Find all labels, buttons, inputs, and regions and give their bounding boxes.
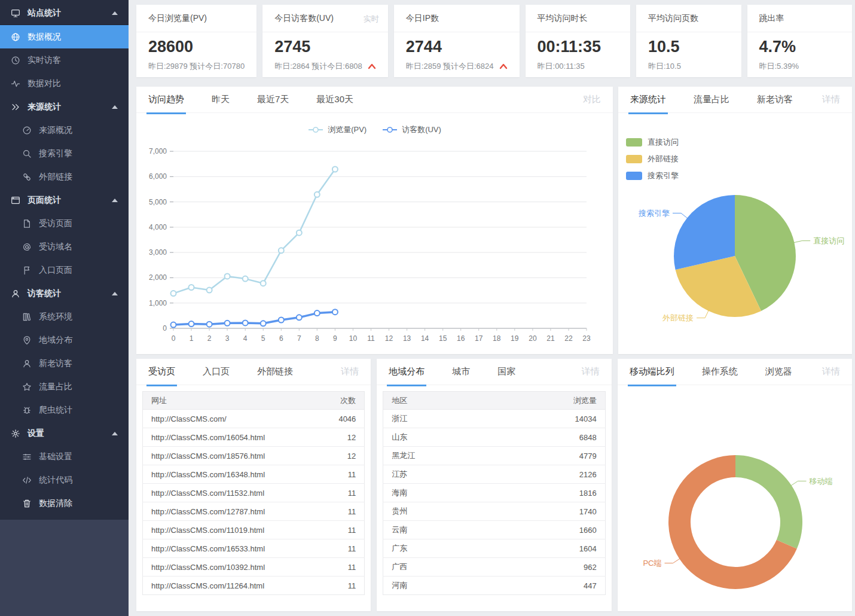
pie-legend-item[interactable]: 外部链接 — [626, 154, 679, 164]
sidebar-item-search-engines[interactable]: 搜索引擎 — [0, 142, 129, 165]
panel-action-details[interactable]: 详情 — [341, 366, 359, 377]
table-row[interactable]: 海南1816 — [383, 484, 605, 502]
panel-action-details[interactable]: 详情 — [582, 366, 600, 377]
region-cell: 贵州 — [383, 502, 550, 521]
sidebar-item-visited-pages[interactable]: 受访页面 — [0, 212, 129, 235]
sidebar-item-label: 受访域名 — [39, 242, 72, 252]
table-row[interactable]: http://ClassCMS.com/12787.html11 — [143, 502, 365, 521]
table-row[interactable]: 河南447 — [383, 577, 605, 595]
table-row[interactable]: 贵州1740 — [383, 502, 605, 521]
table-row[interactable]: http://ClassCMS.com/11532.html11 — [143, 484, 365, 502]
table-row[interactable]: 云南1660 — [383, 521, 605, 539]
donut-slice-0[interactable] — [735, 455, 802, 549]
panel-action-details[interactable]: 详情 — [822, 94, 840, 105]
sidebar-group-header-settings[interactable]: 设置 — [0, 422, 129, 445]
sidebar-item-basic-settings[interactable]: 基础设置 — [0, 445, 129, 468]
pie-legend-item[interactable]: 直接访问 — [626, 137, 679, 148]
source-panel-tabs: 来源统计流量占比新老访客详情 — [618, 87, 852, 113]
panel-action-compare[interactable]: 对比 — [583, 94, 601, 105]
table-row[interactable]: http://ClassCMS.com/16348.html11 — [143, 465, 365, 484]
sidebar-item-label: 入口页面 — [39, 265, 72, 276]
tab-country[interactable]: 国家 — [497, 359, 515, 385]
sidebar-group-header-source-stats[interactable]: 来源统计 — [0, 95, 129, 118]
tab-new-old-visitors[interactable]: 新老访客 — [757, 87, 793, 113]
sidebar-group-header-visitor-stats[interactable]: 访客统计 — [0, 282, 129, 305]
sidebar-item-spider-stats[interactable]: 爬虫统计 — [0, 398, 129, 422]
stat-card-bounce-rate: 跳出率4.7%昨日:5.39% — [747, 5, 853, 77]
sidebar-item-external-links[interactable]: 外部链接 — [0, 165, 129, 188]
table-row[interactable]: http://ClassCMS.com/11019.html11 — [143, 521, 365, 539]
tab-last-7-days[interactable]: 最近7天 — [257, 87, 289, 113]
table-row[interactable]: 山东6848 — [383, 428, 605, 447]
legend-marker-icon — [382, 126, 398, 133]
sidebar-item-region-distribution[interactable]: 地域分布 — [0, 328, 129, 352]
table-row[interactable]: http://ClassCMS.com/10392.html11 — [143, 558, 365, 577]
table-header-row: 地区浏览量 — [383, 392, 605, 410]
table-row[interactable]: 浙江14034 — [383, 410, 605, 428]
chevron-up-icon — [112, 199, 118, 202]
table-row[interactable]: http://ClassCMS.com/4046 — [143, 410, 365, 428]
pie-legend-label: 直接访问 — [648, 137, 679, 148]
tab-entry-page[interactable]: 入口页 — [203, 359, 230, 385]
file-icon — [22, 219, 32, 228]
table-row[interactable]: http://ClassCMS.com/16533.html11 — [143, 539, 365, 558]
table-row[interactable]: http://ClassCMS.com/16054.html12 — [143, 428, 365, 447]
table-row[interactable]: 广东1604 — [383, 539, 605, 558]
tab-browser[interactable]: 浏览器 — [765, 359, 792, 385]
slice-label-pie-2: 搜索引擎 — [638, 209, 670, 218]
table-row[interactable]: http://ClassCMS.com/18576.html12 — [143, 447, 365, 465]
sidebar-group-header-site-stats[interactable]: 站点统计 — [0, 2, 129, 25]
legend-item[interactable]: 浏览量(PV) — [308, 124, 367, 135]
chevron-up-icon — [112, 11, 118, 15]
pageviews-cell: 1740 — [550, 502, 605, 521]
tab-traffic-share[interactable]: 流量占比 — [694, 87, 729, 113]
sidebar-item-entry-pages[interactable]: 入口页面 — [0, 258, 129, 282]
sidebar-item-new-old-visitors[interactable]: 新老访客 — [0, 352, 129, 375]
url-cell: http://ClassCMS.com/16348.html — [143, 465, 310, 484]
tab-yesterday[interactable]: 昨天 — [212, 87, 230, 113]
trend-up-icon — [499, 63, 508, 69]
tab-mobile-ratio[interactable]: 移动端比列 — [630, 359, 674, 385]
table-row[interactable]: 黑龙江4779 — [383, 447, 605, 465]
url-cell: http://ClassCMS.com/12787.html — [143, 502, 310, 521]
sidebar-item-traffic-share[interactable]: 流量占比 — [0, 375, 129, 398]
sidebar-item-system-env[interactable]: 系统环境 — [0, 305, 129, 328]
legend-item[interactable]: 访客数(UV) — [382, 124, 441, 135]
table-row[interactable]: 广西962 — [383, 558, 605, 577]
sidebar-item-visited-domains[interactable]: 受访域名 — [0, 235, 129, 258]
column-header-region: 地区 — [383, 392, 550, 410]
pageviews-cell: 1660 — [550, 521, 605, 539]
tab-last-30-days[interactable]: 最近30天 — [316, 87, 353, 113]
tab-source-stats[interactable]: 来源统计 — [630, 87, 666, 113]
tab-region-distribution[interactable]: 地域分布 — [389, 359, 425, 385]
tab-os[interactable]: 操作系统 — [702, 359, 738, 385]
tab-visit-trend[interactable]: 访问趋势 — [148, 87, 184, 113]
chevrons-right-icon — [11, 102, 20, 112]
chevron-up-icon — [112, 105, 118, 109]
sidebar-group-header-page-stats[interactable]: 页面统计 — [0, 188, 129, 212]
sidebar-item-tracking-code[interactable]: 统计代码 — [0, 468, 129, 492]
region-panel: 地域分布城市国家详情 地区浏览量浙江14034山东6848黑龙江4779江苏21… — [377, 359, 611, 611]
sidebar-item-data-compare[interactable]: 数据对比 — [0, 72, 129, 95]
panel-action-details[interactable]: 详情 — [822, 366, 840, 377]
table-row[interactable]: http://ClassCMS.com/11264.html11 — [143, 577, 365, 595]
svg-text:7,000: 7,000 — [149, 147, 167, 155]
sliders-icon — [22, 452, 32, 462]
sidebar-item-label: 数据对比 — [28, 78, 61, 89]
visited-pages-table-box: 网址次数http://ClassCMS.com/4046http://Class… — [136, 391, 371, 595]
card-subtext: 昨日:2859 预计今日:6824 — [394, 56, 520, 72]
table-row[interactable]: 江苏2126 — [383, 465, 605, 484]
visited-pages-table: 网址次数http://ClassCMS.com/4046http://Class… — [142, 391, 365, 595]
tab-external-links[interactable]: 外部链接 — [257, 359, 293, 385]
pie-legend-item[interactable]: 搜索引擎 — [626, 170, 679, 181]
tab-city[interactable]: 城市 — [452, 359, 470, 385]
sidebar-item-data-clear[interactable]: 数据清除 — [0, 492, 129, 515]
card-title: 今日IP数 — [394, 5, 520, 32]
sidebar-item-data-overview[interactable]: 数据概况 — [0, 25, 129, 48]
sidebar-item-label: 来源概况 — [39, 125, 72, 136]
svg-text:2: 2 — [207, 334, 212, 343]
region-table: 地区浏览量浙江14034山东6848黑龙江4779江苏2126海南1816贵州1… — [383, 391, 605, 595]
sidebar-item-source-overview[interactable]: 来源概况 — [0, 118, 129, 142]
sidebar-item-realtime-visitors[interactable]: 实时访客 — [0, 48, 129, 72]
tab-visited-page[interactable]: 受访页 — [148, 359, 175, 385]
